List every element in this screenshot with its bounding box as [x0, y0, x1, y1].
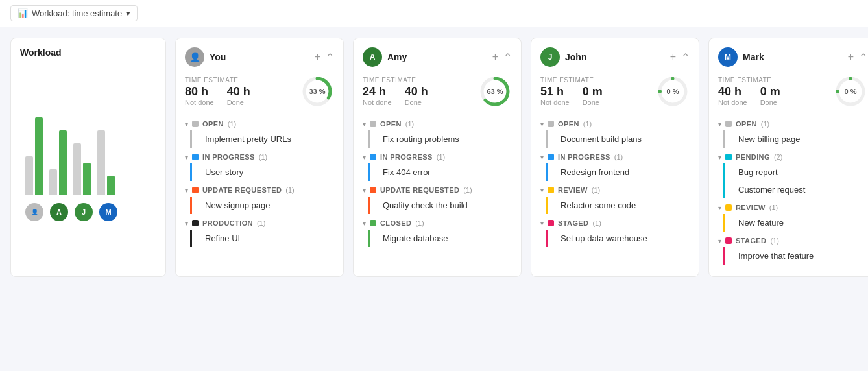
- workload-button[interactable]: 📊 Workload: time estimate ▾: [10, 5, 138, 21]
- status-dot: [370, 220, 376, 226]
- add-icon[interactable]: +: [848, 51, 854, 63]
- task-item[interactable]: Refactor some code: [546, 197, 690, 214]
- task-label: Implement pretty URLs: [205, 134, 291, 144]
- dropdown-icon: ▾: [126, 8, 130, 18]
- status-header[interactable]: ▾ PENDING (2): [718, 150, 867, 163]
- status-count: (1): [259, 153, 267, 161]
- task-item[interactable]: Improve that feature: [723, 247, 867, 265]
- status-group-0: ▾ OPEN (1) New billing page: [718, 117, 867, 148]
- status-count: (2): [774, 153, 782, 161]
- workload-title: Workload: [20, 47, 156, 58]
- not-done-block: 80 h Not done: [185, 85, 214, 106]
- chart-area: [20, 66, 156, 195]
- time-label: TIME ESTIMATE: [363, 77, 470, 84]
- task-item[interactable]: New signup page: [190, 197, 334, 214]
- task-item[interactable]: Fix routing problems: [368, 130, 512, 148]
- time-section: TIME ESTIMATE 80 h Not done 40 h Done 33: [185, 75, 334, 108]
- status-name: OPEN: [380, 120, 402, 128]
- status-header[interactable]: ▾ IN PROGRESS (1): [363, 150, 512, 163]
- not-done-value: 24 h: [363, 85, 392, 99]
- percent-label: 33 %: [309, 88, 325, 95]
- task-item[interactable]: Migrate database: [368, 230, 512, 247]
- bar-gray-3: [73, 143, 81, 195]
- task-item[interactable]: Refine UI: [190, 230, 334, 247]
- status-group-1: ▾ IN PROGRESS (1) Redesign frontend: [540, 150, 690, 181]
- done-label: Done: [405, 99, 428, 106]
- status-header[interactable]: ▾ STAGED (1): [718, 234, 867, 247]
- task-label: Fix routing problems: [383, 134, 459, 144]
- collapse-icon[interactable]: ⌃: [503, 51, 512, 64]
- bar-gray-2: [49, 169, 57, 195]
- status-header[interactable]: ▾ REVIEW (1): [718, 201, 867, 214]
- svg-point-9: [836, 90, 839, 93]
- person-column-amy: A Amy + ⌃ TIME ESTIMATE 24 h Not done 40…: [353, 38, 522, 277]
- person-name: Amy: [387, 52, 407, 62]
- status-header[interactable]: ▾ UPDATE REQUESTED (1): [185, 184, 334, 197]
- task-label: Quality check the build: [383, 200, 468, 210]
- status-dot: [725, 237, 732, 244]
- avatar: 👤: [185, 47, 204, 67]
- task-item[interactable]: Document build plans: [546, 130, 690, 148]
- time-section: TIME ESTIMATE 24 h Not done 40 h Done 63: [363, 75, 512, 108]
- task-label: Improve that feature: [738, 251, 814, 261]
- status-group-3: ▾ STAGED (1) Set up data warehouse: [540, 217, 690, 247]
- percent-label: 0 %: [845, 88, 857, 95]
- status-group-2: ▾ REVIEW (1) Refactor some code: [540, 184, 690, 214]
- status-header[interactable]: ▾ CLOSED (1): [363, 217, 512, 230]
- done-value: 0 m: [760, 85, 780, 99]
- avatar-mark: M: [99, 203, 117, 221]
- done-block: 0 m Done: [760, 85, 780, 106]
- status-count: (1): [761, 120, 769, 128]
- status-header[interactable]: ▾ REVIEW (1): [540, 184, 690, 197]
- status-header[interactable]: ▾ OPEN (1): [540, 117, 690, 130]
- task-item[interactable]: Bug report: [723, 163, 867, 181]
- time-section: TIME ESTIMATE 51 h Not done 0 m Done 0 %: [540, 75, 690, 108]
- person-info: A Amy: [363, 47, 407, 67]
- task-item[interactable]: Quality check the build: [368, 197, 512, 214]
- status-header[interactable]: ▾ IN PROGRESS (1): [540, 150, 690, 163]
- task-item[interactable]: Set up data warehouse: [546, 230, 690, 247]
- status-header[interactable]: ▾ OPEN (1): [363, 117, 512, 130]
- task-item[interactable]: New feature: [723, 214, 867, 232]
- task-item[interactable]: Implement pretty URLs: [190, 130, 334, 148]
- not-done-label: Not done: [718, 99, 747, 106]
- bar-green-4: [107, 176, 115, 195]
- add-icon[interactable]: +: [315, 51, 320, 63]
- status-header[interactable]: ▾ OPEN (1): [718, 117, 867, 130]
- add-icon[interactable]: +: [492, 51, 498, 63]
- status-header[interactable]: ▾ PRODUCTION (1): [185, 217, 334, 230]
- person-info: 👤 You: [185, 47, 226, 67]
- donut-chart: 0 %: [834, 75, 867, 108]
- person-info: M Mark: [718, 47, 764, 67]
- collapse-icon[interactable]: ⌃: [859, 51, 867, 64]
- person-header: A Amy + ⌃: [363, 47, 512, 67]
- collapse-icon[interactable]: ⌃: [326, 51, 334, 64]
- avatar: M: [718, 47, 738, 67]
- status-header[interactable]: ▾ STAGED (1): [540, 217, 690, 230]
- add-icon[interactable]: +: [670, 51, 676, 63]
- workload-panel: Workload 👤 A J M: [10, 38, 166, 277]
- status-dot: [192, 154, 199, 160]
- status-header[interactable]: ▾ UPDATE REQUESTED (1): [363, 184, 512, 197]
- bar-group-4: [97, 91, 115, 195]
- status-header[interactable]: ▾ IN PROGRESS (1): [185, 150, 334, 163]
- status-count: (1): [614, 153, 623, 161]
- status-name: UPDATE REQUESTED: [380, 186, 459, 194]
- task-item[interactable]: Customer request: [723, 181, 867, 198]
- done-value: 40 h: [227, 85, 250, 99]
- time-label: TIME ESTIMATE: [540, 77, 648, 84]
- collapse-icon[interactable]: ⌃: [681, 51, 690, 64]
- status-count: (1): [463, 186, 472, 194]
- task-item[interactable]: Fix 404 error: [368, 163, 512, 181]
- status-dot: [370, 154, 376, 160]
- task-item[interactable]: Redesign frontend: [546, 163, 690, 181]
- time-values: TIME ESTIMATE 80 h Not done 40 h Done: [185, 77, 293, 106]
- task-label: New feature: [738, 218, 784, 228]
- status-dot: [370, 121, 376, 127]
- task-item[interactable]: New billing page: [723, 130, 867, 148]
- donut-chart: 33 %: [300, 75, 334, 108]
- status-header[interactable]: ▾ OPEN (1): [185, 117, 334, 130]
- avatar-john: J: [75, 203, 93, 221]
- time-section: TIME ESTIMATE 40 h Not done 0 m Done 0 %: [718, 75, 867, 108]
- task-item[interactable]: User story: [190, 163, 334, 181]
